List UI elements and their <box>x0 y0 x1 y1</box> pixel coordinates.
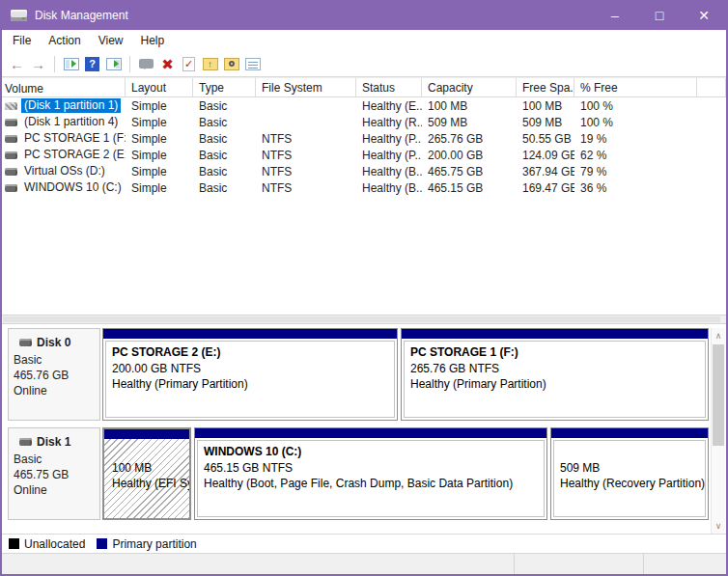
partition-size: 509 MB <box>560 460 699 476</box>
table-row[interactable]: PC STORAGE 2 (E:)SimpleBasicNTFSHealthy … <box>2 147 726 163</box>
disk-type: Basic <box>14 452 98 467</box>
cell-pct_free: 19 % <box>574 132 697 146</box>
column-header-File System[interactable]: File System <box>256 78 356 96</box>
maximize-button[interactable]: □ <box>637 0 682 30</box>
table-row[interactable]: Virtual OSs (D:)SimpleBasicNTFSHealthy (… <box>2 163 726 179</box>
volume-label: (Disk 1 partition 4) <box>21 115 121 129</box>
menu-help[interactable]: Help <box>132 31 174 50</box>
partition-color-bar <box>104 429 189 439</box>
partition-block[interactable]: PC STORAGE 1 (F:)265.76 GB NTFSHealthy (… <box>401 328 709 421</box>
back-icon[interactable]: ← <box>8 55 26 73</box>
table-row[interactable]: WINDOWS 10 (C:)SimpleBasicNTFSHealthy (B… <box>2 179 726 196</box>
checklist-icon[interactable] <box>243 55 262 73</box>
column-header-Capacity[interactable]: Capacity <box>422 78 517 96</box>
explore-icon[interactable] <box>222 55 240 73</box>
status-bar <box>2 553 726 574</box>
graphical-disk-view: Disk 0Basic465.76 GBOnlinePC STORAGE 2 (… <box>2 324 726 534</box>
show-action-pane-icon[interactable] <box>104 55 123 73</box>
partition-block[interactable]: 509 MBHealthy (Recovery Partition) <box>550 427 709 520</box>
delete-icon[interactable]: ✖ <box>158 55 177 73</box>
cell-capacity: 509 MB <box>422 116 517 129</box>
help-icon[interactable]: ? <box>83 55 101 73</box>
horizontal-scrollbar[interactable] <box>2 315 726 324</box>
column-header-Status[interactable]: Status <box>356 78 422 96</box>
disk-name: Disk 0 <box>14 336 98 349</box>
volume-cell: Virtual OSs (D:) <box>2 164 126 178</box>
close-button[interactable]: ✕ <box>682 0 726 30</box>
cell-status: Healthy (E... <box>356 99 422 113</box>
minimize-button[interactable]: – <box>593 0 637 30</box>
disk-icon <box>19 339 32 346</box>
vertical-scrollbar-thumb[interactable] <box>713 344 724 446</box>
disk-size: 465.76 GB <box>14 368 98 383</box>
volume-cell: PC STORAGE 1 (F:) <box>2 131 126 146</box>
cell-pct_free: 100 % <box>574 116 697 129</box>
disk-info-panel[interactable]: Disk 1Basic465.75 GBOnline <box>8 427 100 520</box>
horizontal-scrollbar-thumb[interactable] <box>3 316 720 322</box>
disk-row: Disk 0Basic465.76 GBOnlinePC STORAGE 2 (… <box>8 328 709 421</box>
disk-row: Disk 1Basic465.75 GBOnline 100 MBHealthy… <box>8 427 709 520</box>
check-document-icon[interactable]: ✓ <box>180 55 198 73</box>
column-header-end[interactable] <box>697 78 726 96</box>
forward-icon[interactable]: → <box>29 55 47 73</box>
cell-layout: Simple <box>126 165 193 178</box>
partition-status: Healthy (Recovery Partition) <box>560 476 699 491</box>
import-icon[interactable]: ↑ <box>201 55 219 73</box>
column-header-Free Spa...[interactable]: Free Spa... <box>517 78 574 96</box>
legend-item: Primary partition <box>97 537 196 551</box>
volume-label: PC STORAGE 2 (E:) <box>21 148 126 162</box>
column-header-Type[interactable]: Type <box>193 78 256 96</box>
menu-file[interactable]: File <box>4 31 40 50</box>
scroll-up-icon[interactable]: ∧ <box>712 328 725 343</box>
legend-swatch <box>9 538 19 549</box>
volume-cell: WINDOWS 10 (C:) <box>2 180 126 195</box>
scroll-down-icon[interactable]: ∨ <box>712 518 725 534</box>
properties-dialog-icon[interactable] <box>137 55 155 73</box>
cell-type: Basic <box>193 132 256 146</box>
cell-type: Basic <box>193 181 256 195</box>
volume-list-rows: (Disk 1 partition 1)SimpleBasicHealthy (… <box>2 97 726 196</box>
show-console-tree-icon[interactable] <box>62 55 80 73</box>
cell-capacity: 100 MB <box>422 99 517 113</box>
volume-cell: PC STORAGE 2 (E:) <box>2 148 126 162</box>
disk-name-label: Disk 1 <box>37 435 70 449</box>
column-header-% Free[interactable]: % Free <box>574 78 697 96</box>
partition-label <box>112 444 182 460</box>
disk-rows: Disk 0Basic465.76 GBOnlinePC STORAGE 2 (… <box>8 328 709 520</box>
column-header-Volume[interactable]: Volume <box>2 78 126 96</box>
cell-pct_free: 36 % <box>574 181 697 195</box>
menu-action[interactable]: Action <box>40 31 89 50</box>
cell-layout: Simple <box>126 99 193 113</box>
cell-layout: Simple <box>126 116 193 129</box>
disk-info-panel[interactable]: Disk 0Basic465.76 GBOnline <box>8 328 100 421</box>
partition-details: 100 MBHealthy (EFI System <box>104 439 189 518</box>
table-row[interactable]: PC STORAGE 1 (F:)SimpleBasicNTFSHealthy … <box>2 130 726 147</box>
partition-label: PC STORAGE 1 (F:) <box>410 344 699 361</box>
volume-icon <box>5 168 17 176</box>
status-pane <box>643 554 726 574</box>
cell-layout: Simple <box>126 181 193 195</box>
cell-type: Basic <box>193 149 256 162</box>
cell-free_space: 50.55 GB <box>517 132 574 146</box>
cell-status: Healthy (B... <box>356 181 422 195</box>
disk-type: Basic <box>14 352 98 368</box>
titlebar: Disk Management –□✕ <box>2 0 726 30</box>
vertical-scrollbar[interactable]: ∧ ∨ <box>711 328 725 534</box>
cell-status: Healthy (P... <box>356 149 422 162</box>
partition-block[interactable]: WINDOWS 10 (C:)465.15 GB NTFSHealthy (Bo… <box>194 427 547 520</box>
cell-status: Healthy (R... <box>356 116 422 129</box>
column-header-Layout[interactable]: Layout <box>126 78 193 96</box>
partition-color-bar <box>551 428 708 438</box>
cell-type: Basic <box>193 116 256 129</box>
table-row[interactable]: (Disk 1 partition 4)SimpleBasicHealthy (… <box>2 114 726 130</box>
partition-label <box>560 444 699 460</box>
volume-list-view: VolumeLayoutTypeFile SystemStatusCapacit… <box>2 77 726 315</box>
legend: UnallocatedPrimary partition <box>2 534 726 553</box>
partition-block[interactable]: 100 MBHealthy (EFI System <box>102 427 191 520</box>
partition-color-bar <box>402 329 708 339</box>
cell-capacity: 265.76 GB <box>422 132 517 146</box>
menu-view[interactable]: View <box>90 31 132 50</box>
table-row[interactable]: (Disk 1 partition 1)SimpleBasicHealthy (… <box>2 97 726 114</box>
partition-block[interactable]: PC STORAGE 2 (E:)200.00 GB NTFSHealthy (… <box>102 328 398 421</box>
cell-pct_free: 79 % <box>574 165 697 178</box>
